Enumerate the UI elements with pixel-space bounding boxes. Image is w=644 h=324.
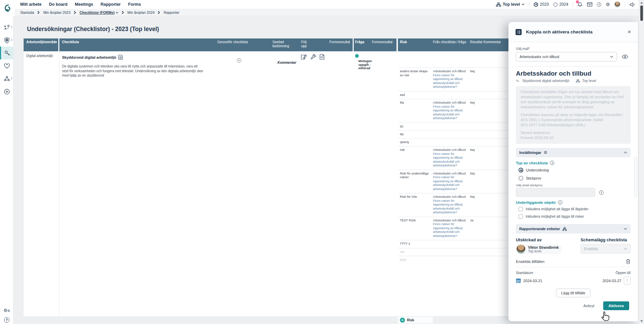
risk-source-question[interactable]: Finns rutiner för rapportering av tillbu… bbox=[433, 74, 467, 89]
risk-source-question[interactable]: Finns rutiner för rapportering av tillbu… bbox=[433, 152, 467, 168]
risk-source[interactable] bbox=[433, 132, 470, 136]
menu-item-meetings[interactable]: Meetings bbox=[75, 2, 93, 7]
risk-table-row[interactable]: Risk för undermåliga rutiner Arbetsskado… bbox=[398, 170, 509, 193]
radio-2024[interactable] bbox=[553, 2, 558, 7]
info-icon[interactable]: i bbox=[550, 161, 554, 165]
radio-undersokning[interactable] bbox=[519, 168, 523, 172]
radio-2023[interactable] bbox=[534, 2, 538, 7]
panel-scrollbar-thumb[interactable] bbox=[634, 157, 637, 197]
year-option-2024[interactable]: 2024 bbox=[553, 2, 568, 7]
menu-item-forms[interactable]: Forms bbox=[128, 2, 141, 7]
checklist-title[interactable]: Skyddsrond digital arbetsmiljö bbox=[62, 55, 116, 59]
risk-table-row[interactable]: TEST RISK Arbetsskador och tillbud Finns… bbox=[398, 217, 509, 240]
risk-table-row[interactable]: asd bbox=[398, 91, 509, 99]
notifications-button[interactable] bbox=[577, 2, 583, 7]
sidebar-item-shield[interactable]: ❭ bbox=[0, 34, 13, 47]
risk-source[interactable]: Arbetsskador och tillbud Finns rutiner f… bbox=[433, 101, 470, 120]
document-icon[interactable] bbox=[118, 55, 123, 60]
risk-table-row[interactable]: yyyy bbox=[398, 256, 509, 264]
wrench-icon[interactable] bbox=[310, 54, 316, 60]
risk-table-row[interactable]: qwerty bbox=[398, 138, 509, 146]
megaphone-icon[interactable] bbox=[630, 2, 635, 7]
user-avatar[interactable] bbox=[614, 1, 620, 7]
sidebar-item-add[interactable] bbox=[0, 85, 13, 98]
risk-source[interactable]: Arbetsskador och tillbud Finns rutiner f… bbox=[433, 172, 470, 191]
status-dot[interactable] bbox=[355, 54, 359, 58]
risk-source[interactable] bbox=[433, 140, 470, 144]
file-icon[interactable] bbox=[320, 54, 324, 60]
menu-item-rapporter[interactable]: Rapporter bbox=[100, 2, 121, 7]
col-header-formsresultat-2[interactable]: Formsresultat bbox=[372, 38, 397, 51]
risk-source[interactable] bbox=[433, 125, 470, 129]
sample-count-input[interactable] bbox=[516, 188, 595, 197]
trash-icon[interactable] bbox=[626, 259, 631, 264]
risk-name[interactable]: anders testar skapa en risk bbox=[398, 70, 433, 89]
col-header-fran-checklista[interactable]: Från checklista / fråga bbox=[433, 38, 470, 51]
risk-source-question[interactable]: Finns rutiner för rapportering av tillbu… bbox=[433, 222, 467, 238]
col-header-fraga[interactable]: Fråga bbox=[354, 38, 372, 51]
year-option-2023[interactable]: 2023 bbox=[534, 2, 549, 7]
risk-name[interactable]: risk bbox=[398, 148, 433, 168]
vertical-scrollbar[interactable] bbox=[639, 0, 644, 324]
checkbox-option-risker[interactable]: Inkludera möjlighet att lägga till riske… bbox=[516, 213, 631, 219]
risk-table-row[interactable]: Risk för VIte Arbetsskador och tillbud F… bbox=[398, 193, 509, 217]
admin-gears-icon[interactable]: ⚙⚙ bbox=[3, 308, 10, 313]
app-logo[interactable] bbox=[0, 0, 15, 16]
col-header-formsresultat[interactable]: Formsresultat bbox=[312, 38, 353, 51]
col-header-checklista[interactable]: Checklista bbox=[59, 38, 196, 51]
menu-item-do-board[interactable]: Do board bbox=[49, 2, 67, 7]
risk-name[interactable]: qwerty bbox=[398, 140, 433, 144]
risk-name[interactable]: Illa bbox=[398, 101, 433, 120]
start-date-field[interactable]: 2024-03-21 bbox=[516, 278, 542, 283]
sidebar-item-organisation[interactable]: ❭ bbox=[0, 72, 13, 85]
risk-name[interactable]: q1 bbox=[398, 125, 433, 129]
risk-table-row[interactable]: anders testar skapa en risk Arbetsskador… bbox=[398, 68, 509, 91]
checkbox-atgarder[interactable] bbox=[519, 207, 523, 211]
risk-source[interactable] bbox=[433, 258, 470, 262]
sidebar-item-inspections[interactable] bbox=[0, 47, 13, 59]
archive-button[interactable] bbox=[587, 2, 592, 7]
radio-option-undersokning[interactable]: Undersökning bbox=[516, 167, 631, 173]
risk-source-checklist[interactable]: Arbetsskador och tillbud bbox=[433, 195, 467, 199]
cancel-button[interactable]: Avbryt bbox=[583, 304, 594, 308]
col-header-genomfor-checklista[interactable]: Genomför checklista bbox=[196, 38, 270, 51]
risk-name[interactable]: qq bbox=[398, 132, 433, 136]
risk-source-question[interactable]: Finns rutiner för rapportering av tillbu… bbox=[433, 105, 467, 120]
add-risk-button[interactable]: + Risk bbox=[398, 317, 433, 323]
risk-source-question[interactable]: Finns rutiner för rapportering av tillbu… bbox=[433, 176, 467, 191]
risk-name[interactable]: Risk för undermåliga rutiner bbox=[398, 172, 433, 191]
risk-source[interactable] bbox=[433, 250, 470, 254]
sidebar-item-health[interactable] bbox=[0, 59, 13, 72]
checkbox-option-atgarder[interactable]: Inkludera möjlighet att lägga till åtgär… bbox=[516, 206, 631, 212]
col-header-folj-upp[interactable]: Följ upp bbox=[298, 38, 312, 51]
breadcrumb-startsida[interactable]: Startsida bbox=[20, 10, 34, 15]
risk-source-checklist[interactable]: Arbetsskador och tillbud bbox=[433, 70, 467, 74]
risk-source-checklist[interactable]: Arbetsskador och tillbud bbox=[433, 148, 467, 152]
risk-source-checklist[interactable]: Arbetsskador och tillbud bbox=[433, 219, 467, 223]
add-performance-icon[interactable] bbox=[237, 58, 241, 63]
col-header-resultat[interactable]: Resultat bbox=[470, 38, 484, 51]
edit-note-icon[interactable] bbox=[301, 54, 306, 60]
close-icon[interactable]: ✕ bbox=[627, 29, 631, 34]
breadcrumb-checklistor-forms[interactable]: Checklistor (FORMs) bbox=[80, 10, 118, 15]
risk-name[interactable]: Risk för VIte bbox=[398, 195, 433, 215]
template-select[interactable]: Arbetsskador och tillbud bbox=[516, 52, 617, 61]
risk-source-question[interactable]: Finns rutiner för rapportering av tillbu… bbox=[433, 199, 467, 215]
risk-source-checklist[interactable]: Arbetsskador och tillbud bbox=[433, 101, 467, 105]
breadcrumb-rapporter[interactable]: Rapporter bbox=[164, 10, 179, 15]
info-button[interactable]: i bbox=[597, 2, 601, 7]
schedule-select[interactable]: Enskilda bbox=[581, 244, 631, 253]
risk-source[interactable]: Arbetsskador och tillbud Finns rutiner f… bbox=[433, 219, 470, 238]
info-icon[interactable]: i bbox=[599, 190, 604, 195]
radio-stickprov[interactable] bbox=[519, 176, 523, 181]
breadcrumb-arsplan-2023[interactable]: Min årsplan 2023 bbox=[43, 10, 70, 15]
risk-table-row[interactable]: q1 bbox=[398, 123, 509, 131]
risk-source[interactable] bbox=[433, 93, 470, 97]
preview-eye-icon[interactable] bbox=[622, 54, 628, 59]
breadcrumb-arsplan-2024[interactable]: Min årsplan 2024 bbox=[127, 10, 155, 15]
org-level-selector[interactable]: Top level bbox=[496, 2, 525, 7]
scrollbar-thumb[interactable] bbox=[640, 5, 643, 21]
risk-name[interactable]: yyyy bbox=[398, 258, 433, 262]
risk-table-row[interactable]: xxx bbox=[398, 248, 509, 256]
risk-name[interactable]: asd bbox=[398, 93, 433, 97]
